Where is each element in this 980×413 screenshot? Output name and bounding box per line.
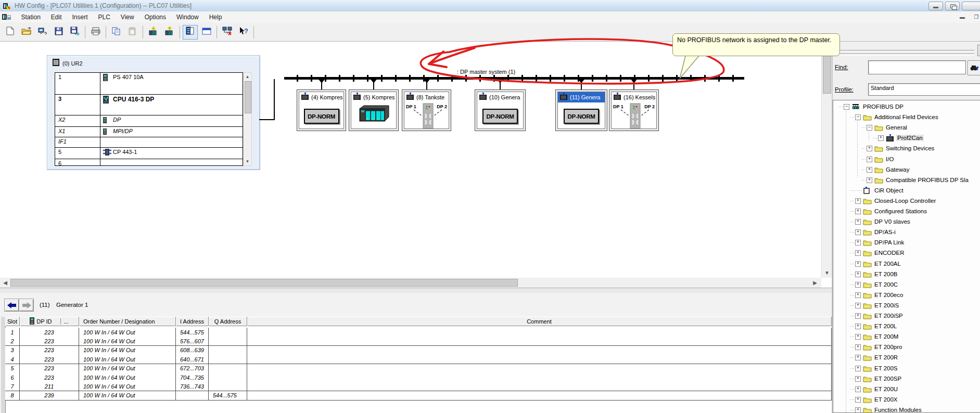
tree-item-dp-pa-link[interactable]: +DP/PA Link	[833, 238, 980, 248]
configure-network-button[interactable]	[220, 25, 235, 40]
tree-item-compatible-profibus-dp-sla[interactable]: +Compatible PROFIBUS DP Sla	[833, 176, 980, 185]
menu-item-window[interactable]: Window	[171, 12, 204, 22]
cell[interactable]	[209, 328, 247, 337]
dp-slave--16-kessels[interactable]: (16) KesselsDP 1DP 2	[609, 89, 659, 131]
column-header-order-number-designation[interactable]: Order Number / Designation	[79, 317, 176, 326]
expand-icon[interactable]: +	[855, 376, 861, 382]
dp-master-bus[interactable]	[284, 77, 744, 80]
cell[interactable]: 5	[5, 364, 20, 373]
column-header-q-address[interactable]: Q Address	[209, 317, 247, 326]
cell[interactable]: 704...735	[176, 373, 209, 382]
prev-station-button[interactable]	[4, 299, 19, 312]
scroll-right-icon[interactable]: ▶	[811, 278, 819, 287]
tree-item-configured-stations[interactable]: +Configured Stations	[833, 207, 980, 216]
expand-icon[interactable]: +	[855, 344, 861, 350]
new-station-button[interactable]	[3, 25, 18, 40]
expand-icon[interactable]: +	[855, 313, 861, 319]
tree-item-label[interactable]: Function Modules	[873, 407, 923, 413]
cell[interactable]: 223	[20, 373, 79, 382]
cell[interactable]: 4	[5, 355, 20, 364]
column-header-slot[interactable]: Slot	[5, 317, 20, 326]
tree-item-dp-v0-slaves[interactable]: +DP V0 slaves	[833, 217, 980, 227]
expand-icon[interactable]: +	[855, 366, 861, 371]
menu-item-view[interactable]: View	[116, 12, 139, 22]
column-header-i-address[interactable]: I Address	[176, 317, 209, 326]
cell[interactable]: 7	[5, 382, 20, 391]
tree-item-label[interactable]: Additional Field Devices	[873, 114, 939, 120]
expand-icon[interactable]: +	[855, 282, 861, 288]
cell[interactable]: 100 W In / 64 W Out	[79, 355, 176, 364]
cell[interactable]	[176, 391, 209, 401]
column-header-comment[interactable]: Comment	[247, 317, 832, 326]
expand-icon[interactable]: +	[855, 209, 861, 214]
cell[interactable]: 1	[5, 328, 20, 337]
expand-icon[interactable]: +	[855, 229, 861, 235]
save-and-compile-button[interactable]: +0	[67, 25, 82, 40]
table-row[interactable]: 3223100 W In / 64 W Out608...639	[1, 346, 832, 355]
cell[interactable]	[209, 337, 247, 346]
expand-icon[interactable]: +	[855, 324, 861, 329]
expand-icon[interactable]: +	[855, 261, 861, 267]
find-input[interactable]	[868, 60, 966, 74]
table-row[interactable]: 4223100 W In / 64 W Out640...671	[1, 355, 832, 364]
cell[interactable]: 100 W In / 64 W Out	[79, 346, 176, 355]
expand-icon[interactable]: +	[878, 135, 884, 141]
tree-item-label[interactable]: ET 200M	[873, 333, 899, 340]
tree-item-label[interactable]: ET 200C	[873, 281, 899, 288]
open-station-button[interactable]	[19, 25, 34, 40]
tree-item-gateway[interactable]: +Gateway	[833, 165, 980, 175]
restore-button[interactable]	[945, 2, 960, 10]
tree-item-closed-loop-controller[interactable]: +Closed-Loop Controller	[833, 197, 980, 206]
scroll-left-icon[interactable]: ◀	[1, 278, 9, 287]
cell[interactable]: 3	[5, 346, 20, 355]
tree-item-et-200al[interactable]: +ET 200AL	[833, 260, 980, 269]
menu-item-options[interactable]: Options	[139, 12, 171, 22]
tree-item-et-200s[interactable]: +ET 200S	[833, 364, 980, 373]
table-row[interactable]: 6223100 W In / 64 W Out704...735	[1, 373, 832, 382]
tree-item-label[interactable]: ET 200iSP	[873, 313, 904, 319]
dp-master-system-label[interactable]: : DP master system (1)	[457, 69, 515, 75]
mdi-minimize-icon[interactable]: ▬	[958, 14, 966, 21]
tree-item-et-200l[interactable]: +ET 200L	[833, 322, 980, 331]
cell[interactable]	[247, 364, 832, 373]
cell[interactable]: 100 W In / 64 W Out	[79, 328, 176, 337]
copy-button[interactable]	[109, 25, 124, 40]
tree-item-general[interactable]: −General	[833, 123, 980, 133]
tree-item-label[interactable]: Configured Stations	[873, 208, 928, 214]
tree-item-label[interactable]: ET 200pro	[873, 344, 903, 350]
expand-icon[interactable]: +	[867, 146, 872, 151]
tree-item-label[interactable]: DP/PA Link	[873, 239, 905, 246]
cell[interactable]: 672...703	[176, 364, 209, 373]
cell[interactable]: 100 W In / 64 W Out	[79, 391, 176, 401]
cell[interactable]: 8	[5, 391, 20, 401]
tree-item-label[interactable]: ET 200SP	[873, 376, 902, 382]
tree-item-encoder[interactable]: +ENCODER	[833, 249, 980, 258]
print-button[interactable]	[88, 25, 103, 40]
tree-item-et-200b[interactable]: +ET 200B	[833, 270, 980, 279]
cell[interactable]: 211	[20, 382, 79, 391]
tree-item-label[interactable]: General	[885, 124, 908, 131]
cell[interactable]: 100 W In / 64 W Out	[79, 364, 176, 373]
expand-icon[interactable]: +	[855, 334, 861, 340]
cell[interactable]	[247, 391, 832, 401]
expand-icon[interactable]: +	[855, 250, 861, 256]
tree-item-label[interactable]: Prof2Can	[896, 135, 924, 141]
tree-item-function-modules[interactable]: +Function Modules	[833, 406, 980, 413]
table-row[interactable]: 7211100 W In / 64 W Out736...743	[1, 382, 832, 391]
mdi-restore-icon[interactable]: ❒	[971, 14, 980, 21]
menu-item-station[interactable]: Station	[16, 12, 45, 22]
catalog-splitter-handle2[interactable]	[840, 53, 974, 56]
tree-item-label[interactable]: ET 200U	[873, 386, 899, 392]
tree-item-profibus-dp[interactable]: −PROFIBUS DP	[833, 102, 980, 112]
tree-item-label[interactable]: Switching Devices	[885, 145, 935, 151]
expand-icon[interactable]: +	[867, 177, 872, 183]
menu-item-edit[interactable]: Edit	[46, 12, 67, 22]
paste-button[interactable]	[125, 25, 140, 40]
tree-item-et-200is[interactable]: +ET 200iS	[833, 301, 980, 311]
tree-item-label[interactable]: ET 200B	[873, 271, 899, 277]
tree-item-et-200sp[interactable]: +ET 200SP	[833, 375, 980, 384]
cell[interactable]: 736...743	[176, 382, 209, 391]
expand-icon[interactable]: +	[867, 167, 872, 173]
tree-item-label[interactable]: CiR Object	[873, 187, 905, 193]
cell[interactable]	[209, 346, 247, 355]
